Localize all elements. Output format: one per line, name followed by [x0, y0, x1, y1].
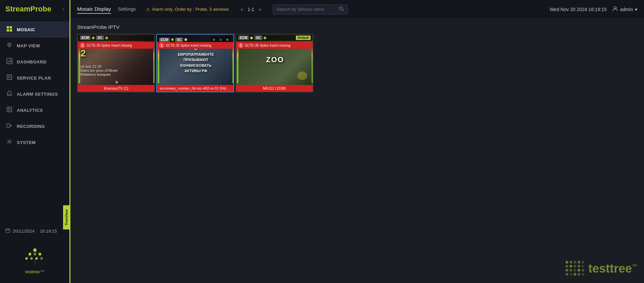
search-area: [273, 4, 348, 14]
user-menu[interactable]: admin ▾: [612, 6, 637, 13]
alarm-num-0: 1: [80, 43, 85, 48]
sidebar-item-mosaic[interactable]: MOSAIC: [0, 21, 69, 38]
default-badge-2: Default: [296, 36, 311, 40]
level-bar-left-0: [78, 48, 80, 83]
sidebar-time: 16:19:15: [40, 229, 57, 234]
svg-line-36: [35, 252, 40, 253]
sidebar-label-map-view: MAP VIEW: [17, 43, 40, 48]
level-bar-left-2: [237, 48, 238, 83]
testtree-text: testtree™: [25, 269, 44, 274]
sc-dot-1: [184, 38, 187, 41]
svg-point-30: [25, 257, 28, 260]
sidebar-item-dashboard[interactable]: DASHBOARD: [0, 54, 69, 70]
service-tile-0[interactable]: ECM SC 1 SCTE-35 Splice Insert missing 2…: [77, 34, 155, 92]
service-plan-icon: [6, 74, 13, 82]
system-icon: [6, 139, 13, 146]
sidebar-label-service-plan: SERVICE PLAN: [17, 76, 51, 81]
alarm-bar-2: 1 SCTE-35 Splice Insert missing: [236, 42, 313, 49]
tile-footer-2[interactable]: NRJ12 (1538): [236, 85, 313, 92]
thumb-text-0: ce soir 22.30 Dans les yeux d'Olivier Re…: [80, 64, 118, 77]
thumb-progress-0: [115, 81, 118, 84]
calendar-icon: [5, 228, 10, 234]
sc-badge-2: SC: [254, 36, 262, 40]
content-area: StreamProbe IPTV ECM SC 1 SCTE-35 Splice…: [70, 19, 644, 283]
svg-rect-2: [7, 29, 9, 32]
level-bar-left-1: [158, 48, 159, 83]
alarm-num-2: 1: [238, 43, 244, 48]
sidebar-item-analytics[interactable]: ANALYTICS: [0, 102, 69, 118]
svg-point-13: [9, 95, 10, 96]
svg-line-39: [37, 255, 40, 257]
svg-point-44: [614, 7, 616, 9]
alarm-num-1: 1: [159, 43, 164, 48]
logo-area: StreamProbe ‹: [0, 0, 69, 18]
sidebar-label-mosaic: MOSAIC: [17, 27, 35, 32]
sidebar: StreamProbe ‹ MOSAIC MAP VIEW DASHBOARD: [0, 0, 70, 283]
ecm-dot-2: [250, 37, 253, 39]
svg-point-31: [30, 257, 33, 260]
tile-header-0: ECM SC: [78, 35, 154, 41]
alarm-bar-0: 1 SCTE-35 Splice Insert missing: [78, 42, 154, 49]
sc-dot-2: [264, 37, 266, 39]
sidebar-item-map-view[interactable]: MAP VIEW: [0, 38, 69, 54]
svg-line-37: [26, 255, 30, 257]
svg-point-27: [29, 253, 31, 255]
svg-marker-20: [10, 125, 12, 126]
alarm-text-2: SCTE-35 Splice Insert missing: [245, 44, 290, 47]
svg-point-29: [39, 253, 41, 255]
svg-point-5: [9, 44, 10, 45]
ecm-badge-0: ECM: [80, 36, 91, 40]
sidebar-item-recording[interactable]: RECORDING: [0, 118, 69, 134]
user-avatar-icon: [612, 6, 618, 13]
svg-rect-3: [10, 29, 12, 32]
tab-mosaic-display[interactable]: Mosaic Display: [77, 5, 111, 14]
svg-line-43: [342, 9, 344, 11]
service-tile-2[interactable]: ECM SC Default 1 SCTE-35 Splice Insert m…: [235, 34, 313, 92]
testtree-dots: [566, 261, 585, 276]
alarm-warning-icon: ⚠: [146, 7, 150, 12]
sidebar-label-analytics: ANALYTICS: [17, 108, 43, 113]
logo-probe: Probe: [31, 5, 51, 13]
pagination-prev[interactable]: ‹: [239, 6, 245, 13]
svg-point-32: [35, 257, 38, 260]
search-icon[interactable]: [339, 6, 344, 13]
sidebar-datetime: 20/11/2024 16:19:15: [5, 228, 64, 234]
search-input[interactable]: [276, 7, 337, 12]
logo-stream: Stream: [5, 5, 31, 13]
sidebar-item-system[interactable]: SYSTEM: [0, 134, 69, 150]
testtree-br-text: testtree™: [588, 262, 637, 276]
ecm-badge-1: ECM: [159, 38, 170, 42]
testtree-br-logo: testtree™: [566, 261, 637, 276]
sidebar-footer: 20/11/2024 16:19:15: [0, 223, 69, 283]
svg-point-33: [40, 257, 43, 260]
tile-footer-0[interactable]: EnensysTV (1): [78, 85, 154, 92]
alarm-bar-1: 1 SCTE-35 Splice Insert missing: [157, 42, 233, 49]
nav-menu: MOSAIC MAP VIEW DASHBOARD SERVICE PLAN: [0, 21, 69, 223]
svg-line-34: [30, 252, 35, 253]
recording-icon: [6, 123, 13, 130]
header-datetime: Wed Nov 20 2024 16:19:15: [550, 7, 607, 12]
svg-point-28: [34, 253, 36, 255]
sidebar-item-service-plan[interactable]: SERVICE PLAN: [0, 70, 69, 86]
svg-line-38: [30, 255, 32, 257]
svg-line-40: [40, 255, 42, 257]
ecm-badge-2: ECM: [238, 36, 249, 40]
svg-rect-22: [6, 229, 10, 233]
logo: StreamProbe: [5, 5, 51, 13]
svg-rect-14: [7, 107, 12, 112]
service-tile-1[interactable]: ECM SC ⊞ ⊟ ⊠ 1 SCTE-35 Splice Insert mis…: [156, 34, 234, 92]
sc-badge-0: SC: [96, 36, 104, 40]
tile-footer-1[interactable]: euronews_russian_hd-src-402-in-01 [Video…: [157, 85, 233, 92]
tile-header-2: ECM SC Default: [236, 35, 313, 41]
sidebar-label-dashboard: DASHBOARD: [17, 59, 47, 64]
pagination-next[interactable]: ›: [257, 6, 263, 13]
sidebar-item-alarm-settings[interactable]: ALARM SETTINGS: [0, 86, 69, 102]
treeview-tab[interactable]: TreeView: [63, 205, 70, 230]
sidebar-label-recording: RECORDING: [17, 124, 45, 129]
tab-settings[interactable]: Settings: [118, 5, 136, 14]
mosaic-grid: ECM SC 1 SCTE-35 Splice Insert missing 2…: [77, 34, 637, 92]
sidebar-collapse-button[interactable]: ‹: [62, 6, 64, 12]
svg-point-26: [33, 248, 37, 252]
level-bar-right-0: [153, 48, 155, 83]
sidebar-label-alarm-settings: ALARM SETTINGS: [17, 92, 58, 97]
